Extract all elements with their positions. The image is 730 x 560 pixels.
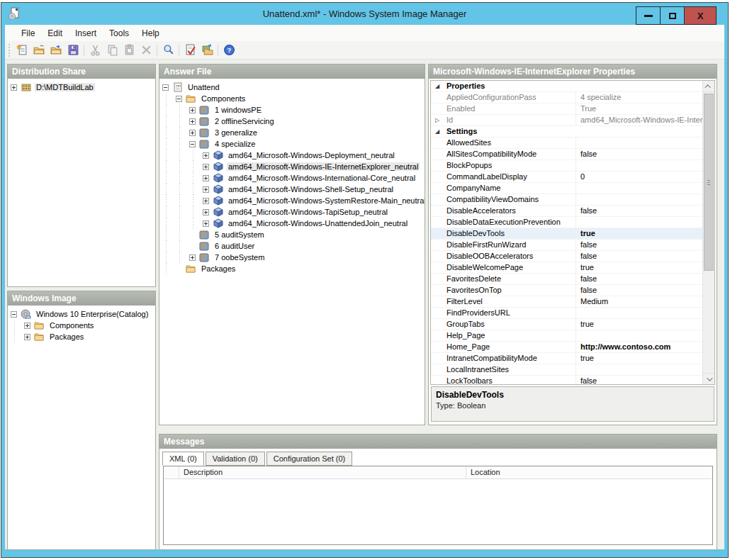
property-row[interactable]: DisableDataExecutionPrevention xyxy=(431,217,702,228)
tab-configuration-set[interactable]: Configuration Set (0) xyxy=(266,452,353,466)
save-button[interactable] xyxy=(65,43,81,58)
property-value[interactable]: false xyxy=(576,251,702,262)
expand-plus-icon[interactable] xyxy=(203,152,209,159)
tree-item-pass6[interactable]: 6 auditUser xyxy=(159,240,425,252)
property-row[interactable]: IntranetCompatibilityMode true xyxy=(431,353,702,364)
property-row[interactable]: GroupTabs true xyxy=(431,319,702,330)
expand-plus-icon[interactable] xyxy=(189,254,196,261)
property-row[interactable]: AllSitesCompatibilityMode false xyxy=(431,149,702,160)
property-value[interactable]: true xyxy=(576,353,702,364)
expand-plus-icon[interactable] xyxy=(11,84,17,91)
tree-item-mdtbuildlab[interactable]: D:\MDTBuildLab xyxy=(8,82,155,93)
delete-button[interactable] xyxy=(138,43,154,58)
menu-insert[interactable]: Insert xyxy=(69,27,103,40)
tree-item-pass2[interactable]: 2 offlineServicing xyxy=(159,116,425,127)
property-value[interactable] xyxy=(576,364,702,375)
property-row[interactable]: AppliedConfigurationPass 4 specialize xyxy=(431,92,702,103)
property-value[interactable]: false xyxy=(576,206,702,216)
expand-plus-icon[interactable] xyxy=(24,334,30,340)
property-value[interactable] xyxy=(576,138,702,148)
property-value[interactable]: 0 xyxy=(576,172,702,182)
tree-item-component-tapisetup[interactable]: amd64_Microsoft-Windows-TapiSetup_neutra… xyxy=(159,206,425,218)
tree-item-label[interactable]: 5 auditSystem xyxy=(213,230,266,239)
property-row[interactable]: CompatibilityViewDomains xyxy=(431,194,702,206)
validate-button[interactable] xyxy=(182,43,198,58)
property-value[interactable]: false xyxy=(576,240,702,250)
tree-item-label[interactable]: amd64_Microsoft-Windows-UnattendedJoin_n… xyxy=(227,219,409,228)
tree-item-label[interactable]: Components xyxy=(200,94,247,103)
property-value[interactable]: Medium xyxy=(576,296,702,307)
tab-xml[interactable]: XML (0) xyxy=(162,452,204,466)
property-value[interactable]: true xyxy=(576,228,702,239)
tree-item-packages[interactable]: Packages xyxy=(159,263,425,274)
category-collapse-icon[interactable]: ◢ xyxy=(431,126,444,137)
tree-item-pass1[interactable]: 1 windowsPE xyxy=(159,104,425,116)
tree-item-component-deployment[interactable]: amd64_Microsoft-Windows-Deployment_neutr… xyxy=(159,150,425,161)
menu-help[interactable]: Help xyxy=(135,27,166,40)
tree-item-components[interactable]: Components xyxy=(159,93,425,104)
property-value[interactable]: false xyxy=(576,149,702,159)
create-configuration-set-button[interactable] xyxy=(199,43,215,58)
tree-item-label[interactable]: Components xyxy=(48,321,95,330)
property-row[interactable]: ▷ Id amd64_Microsoft-Windows-IE-Internet… xyxy=(431,115,702,126)
property-row[interactable]: Help_Page xyxy=(431,330,702,342)
property-row[interactable]: FilterLevel Medium xyxy=(431,296,702,308)
property-row[interactable]: FindProvidersURL xyxy=(431,308,702,319)
tree-item-pass3[interactable]: 3 generalize xyxy=(159,127,425,138)
tree-item-component-international-core[interactable]: amd64_Microsoft-Windows-International-Co… xyxy=(159,172,425,184)
collapse-minus-icon[interactable] xyxy=(162,84,169,91)
expand-plus-icon[interactable] xyxy=(203,164,209,170)
tree-item-label[interactable]: 3 generalize xyxy=(213,128,259,137)
menu-file[interactable]: File xyxy=(15,27,41,40)
copy-button[interactable] xyxy=(104,43,120,58)
open-answer-file-button[interactable] xyxy=(31,43,47,58)
property-value[interactable]: True xyxy=(576,103,702,114)
category-row-properties[interactable]: ◢ Properties xyxy=(431,81,702,92)
tree-item-label[interactable]: D:\MDTBuildLab xyxy=(35,83,95,91)
property-row[interactable]: DisableAccelerators false xyxy=(431,206,702,217)
expand-plus-icon[interactable] xyxy=(189,130,196,136)
scroll-down-button[interactable] xyxy=(703,373,714,384)
find-button[interactable] xyxy=(160,43,176,58)
property-value[interactable] xyxy=(576,183,702,194)
property-row[interactable]: Enabled True xyxy=(431,103,702,115)
title-bar[interactable]: Unattend.xml* - Windows System Image Man… xyxy=(1,3,728,24)
help-button[interactable]: ? xyxy=(221,43,237,58)
tab-validation[interactable]: Validation (0) xyxy=(206,452,265,466)
category-collapse-icon[interactable]: ◢ xyxy=(431,81,444,91)
menu-edit[interactable]: Edit xyxy=(41,27,69,40)
expand-plus-icon[interactable] xyxy=(189,107,196,113)
tree-item-label-selected[interactable]: amd64_Microsoft-Windows-IE-InternetExplo… xyxy=(227,162,420,171)
tree-item-components[interactable]: Components xyxy=(8,320,155,331)
tree-item-label[interactable]: amd64_Microsoft-Windows-SystemRestore-Ma… xyxy=(227,196,425,205)
property-value[interactable]: http://www.contoso.com xyxy=(576,342,702,352)
messages-col-description[interactable]: Description xyxy=(179,466,466,478)
expand-plus-icon[interactable] xyxy=(203,220,209,227)
tree-item-label[interactable]: 1 windowsPE xyxy=(213,106,263,114)
expand-plus-icon[interactable] xyxy=(24,323,30,329)
property-row[interactable]: FavoritesDelete false xyxy=(431,274,702,285)
tree-item-pass5[interactable]: 5 auditSystem xyxy=(159,229,425,240)
collapse-minus-icon[interactable] xyxy=(189,141,196,147)
tree-item-packages[interactable]: Packages xyxy=(8,331,155,342)
messages-col-location[interactable]: Location xyxy=(466,466,712,478)
expand-plus-icon[interactable] xyxy=(203,186,209,193)
tree-item-label[interactable]: amd64_Microsoft-Windows-International-Co… xyxy=(227,174,417,182)
tree-item-label[interactable]: amd64_Microsoft-Windows-Shell-Setup_neut… xyxy=(227,185,395,194)
toolbar-grip[interactable] xyxy=(8,44,11,57)
property-value[interactable] xyxy=(576,217,702,228)
property-row-selected[interactable]: DisableDevTools true xyxy=(431,228,702,240)
tree-item-label[interactable]: 4 specialize xyxy=(213,140,257,148)
collapse-minus-icon[interactable] xyxy=(11,311,17,318)
property-row[interactable]: AllowedSites xyxy=(431,138,702,149)
collapse-minus-icon[interactable] xyxy=(176,96,182,102)
tree-item-label[interactable]: 2 offlineServicing xyxy=(213,117,276,125)
expand-plus-icon[interactable] xyxy=(189,118,196,125)
tree-item-label[interactable]: Windows 10 Enterprise(Catalog) xyxy=(35,310,150,318)
tree-item-component-unattendedjoin[interactable]: amd64_Microsoft-Windows-UnattendedJoin_n… xyxy=(159,218,425,229)
property-row[interactable]: Home_Page http://www.contoso.com xyxy=(431,342,702,353)
scrollbar-thumb[interactable] xyxy=(704,94,714,271)
property-value[interactable] xyxy=(576,160,702,171)
minimize-button[interactable] xyxy=(636,6,660,25)
property-row[interactable]: DisableOOBAccelerators false xyxy=(431,251,702,262)
